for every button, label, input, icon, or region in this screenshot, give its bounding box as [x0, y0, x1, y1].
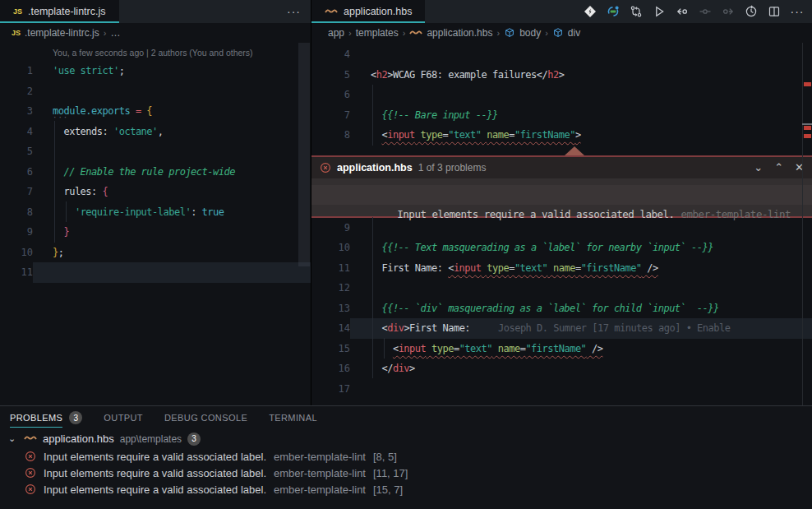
- code-line-4[interactable]: 4 extends: 'octane',: [0, 122, 311, 142]
- problem-row[interactable]: Input elements require a valid associate…: [0, 481, 812, 497]
- problem-message: Input elements require a valid associate…: [44, 451, 266, 463]
- line-content: }: [33, 222, 311, 243]
- scrollbar[interactable]: [298, 43, 310, 266]
- code-line-7[interactable]: 7 rules: {: [0, 182, 311, 202]
- line-content: [350, 379, 812, 400]
- code-line-8[interactable]: 8 'require-input-label': true: [0, 202, 311, 223]
- line-content: [33, 141, 311, 162]
- peek-problem-count: 1 of 3 problems: [418, 162, 487, 174]
- code-line-6[interactable]: 6 // Enable the rule project-wide: [0, 162, 311, 183]
- file-history-icon[interactable]: [741, 2, 761, 21]
- code-line-5[interactable]: 5: [0, 141, 311, 162]
- code-line-1[interactable]: 1'use strict';: [0, 61, 311, 81]
- code-line-11[interactable]: 11 First Name: <input type="text" name="…: [311, 258, 812, 279]
- format-document-icon[interactable]: [580, 2, 600, 21]
- code-line-17[interactable]: 17: [311, 379, 812, 400]
- line-content: module.exports = {···: [33, 101, 311, 122]
- problems-file-name: application.hbs: [43, 433, 114, 445]
- code-line-9[interactable]: 9: [311, 218, 812, 238]
- peek-header: application.hbs 1 of 3 problems ⌄ ⌃ ✕: [311, 157, 812, 178]
- code-line-4[interactable]: 4: [311, 44, 812, 65]
- code-line-16[interactable]: 16 </div>: [311, 359, 812, 379]
- git-compare-icon[interactable]: [626, 2, 646, 21]
- handlebars-file-icon: [409, 27, 422, 39]
- code-line-2[interactable]: 2: [0, 81, 311, 102]
- line-number: 9: [0, 222, 33, 243]
- line-content: [350, 218, 812, 238]
- breadcrumb-rest[interactable]: …: [110, 27, 120, 39]
- chevron-down-icon[interactable]: ⌄: [8, 433, 18, 444]
- breadcrumb-application-hbs[interactable]: application.hbs: [427, 27, 492, 39]
- chevron-right-icon: ›: [496, 28, 500, 38]
- editor-template-lintrc[interactable]: You, a few seconds ago | 2 authors (You …: [0, 43, 311, 405]
- chevron-up-icon[interactable]: ⌃: [774, 161, 783, 174]
- line-number: 5: [0, 141, 33, 162]
- line-content: </div>: [350, 359, 812, 379]
- panel-tab-badge: 3: [69, 411, 82, 424]
- code-line-6[interactable]: 6: [311, 85, 812, 105]
- panel-tab-debug-console[interactable]: DEBUG CONSOLE: [164, 406, 247, 429]
- tab-label: .template-lintrc.js: [28, 6, 105, 17]
- problem-source: ember-template-lint: [274, 467, 366, 479]
- panel-tab-label: OUTPUT: [104, 408, 143, 428]
- code-line-10[interactable]: 10};: [0, 243, 311, 263]
- indent-guide: [372, 85, 373, 146]
- peek-problem-row[interactable]: Input elements require a valid associate…: [311, 185, 812, 205]
- previous-change-icon[interactable]: [672, 2, 692, 21]
- breadcrumb-div[interactable]: div: [568, 27, 580, 39]
- line-number: 15: [311, 339, 350, 359]
- split-editor-icon[interactable]: [764, 2, 784, 21]
- indent-guide: [384, 338, 385, 359]
- symbol-cube-icon: [552, 27, 564, 39]
- peek-title: application.hbs: [337, 162, 413, 174]
- code-line-9[interactable]: 9 }: [0, 222, 311, 243]
- next-change-icon[interactable]: [718, 2, 738, 21]
- code-line-15[interactable]: 15 <input type="text" name="firstName" /…: [311, 339, 812, 359]
- panel-tab-terminal[interactable]: TERMINAL: [269, 406, 317, 429]
- editor-application-hbs[interactable]: 45<h2>WCAG F68: example failures</h2>67 …: [311, 43, 812, 405]
- code-line-3[interactable]: 3module.exports = {···: [0, 101, 311, 122]
- line-content: <h2>WCAG F68: example failures</h2>: [350, 65, 812, 86]
- code-line-10[interactable]: 10 {{!-- Text masquerading as a `label` …: [311, 238, 812, 258]
- handlebars-file-icon: [325, 6, 338, 18]
- js-file-icon: JS: [12, 29, 21, 37]
- panel-tab-output[interactable]: OUTPUT: [104, 406, 143, 429]
- code-line-8[interactable]: 8 <input type="text" name="firstName">: [311, 125, 812, 146]
- codelens-blame[interactable]: You, a few seconds ago | 2 authors (You …: [0, 44, 311, 61]
- overview-ruler[interactable]: [802, 43, 812, 405]
- editor-actions-more-icon[interactable]: ···: [287, 0, 301, 23]
- panel-tab-problems[interactable]: PROBLEMS3: [10, 406, 82, 429]
- problems-file-row[interactable]: ⌄ application.hbs app\templates 3: [0, 429, 812, 448]
- sync-icon[interactable]: [603, 2, 623, 21]
- peek-body: Input elements require a valid associate…: [311, 178, 812, 205]
- problem-row[interactable]: Input elements require a valid associate…: [0, 465, 812, 481]
- line-content: First Name: <input type="text" name="fir…: [350, 258, 812, 279]
- problem-source: ember-template-lint: [274, 484, 366, 496]
- tab-label: application.hbs: [344, 6, 412, 17]
- tab-template-lintrc[interactable]: JS .template-lintrc.js: [0, 0, 119, 23]
- code-line-14[interactable]: 14 <div>First Name:Joseph D. Sumner [17 …: [311, 318, 812, 339]
- changes-icon[interactable]: [695, 2, 715, 21]
- line-number: 17: [311, 379, 350, 400]
- tab-application-hbs[interactable]: application.hbs: [311, 0, 425, 23]
- problem-row[interactable]: Input elements require a valid associate…: [0, 448, 812, 465]
- line-number: 14: [311, 318, 350, 339]
- breadcrumb-app[interactable]: app: [328, 27, 344, 39]
- breadcrumb-body[interactable]: body: [519, 27, 541, 39]
- inline-blame-annotation: Joseph D. Sumner [17 minutes ago] • Enab…: [498, 318, 730, 339]
- line-content: {{!-- `div` masquerading as a `label` fo…: [350, 298, 812, 319]
- code-line-11[interactable]: 11: [0, 262, 311, 283]
- code-line-7[interactable]: 7 {{!-- Bare input --}}: [311, 105, 812, 126]
- chevron-down-icon[interactable]: ⌄: [754, 161, 763, 174]
- line-content: [350, 85, 812, 105]
- problems-file-path: app\templates: [120, 433, 182, 445]
- handlebars-file-icon: [24, 433, 37, 445]
- line-number: 3: [0, 101, 33, 122]
- run-icon[interactable]: [649, 2, 669, 21]
- breadcrumb-file[interactable]: .template-lintrc.js: [25, 27, 99, 39]
- more-actions-icon[interactable]: ···: [787, 2, 807, 21]
- code-line-12[interactable]: 12: [311, 278, 812, 298]
- breadcrumb-templates[interactable]: templates: [356, 27, 399, 39]
- code-line-5[interactable]: 5<h2>WCAG F68: example failures</h2>: [311, 65, 812, 86]
- code-line-13[interactable]: 13 {{!-- `div` masquerading as a `label`…: [311, 298, 812, 319]
